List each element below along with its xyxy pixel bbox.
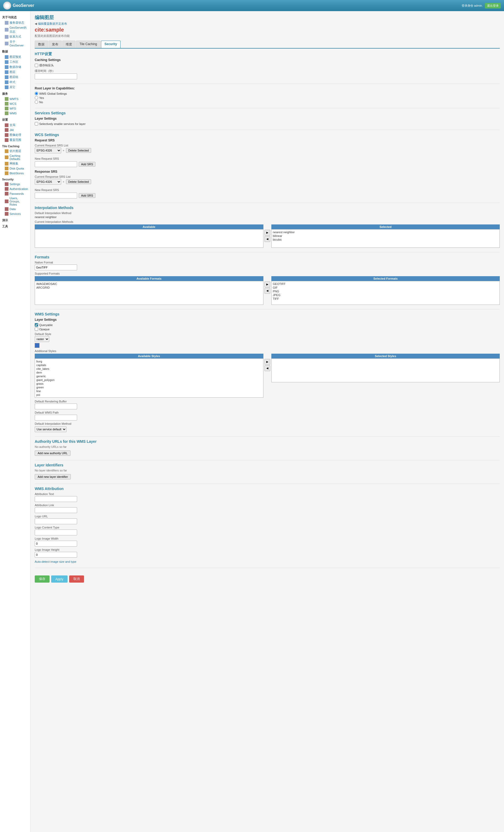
list-item[interactable]: GIF	[272, 286, 499, 289]
logo-content-type-input[interactable]	[35, 529, 77, 536]
root-layer-radio-no[interactable]	[35, 100, 38, 104]
cancel-button[interactable]: 取消	[69, 575, 84, 582]
sidebar-item-passwords[interactable]: Passwords	[2, 191, 28, 196]
sidebar-item-server-status[interactable]: 服务器状态	[2, 20, 28, 25]
new-request-srs-input[interactable]	[35, 161, 77, 167]
list-item[interactable]: GEOTIFF	[272, 282, 499, 286]
list-item[interactable]: poi	[36, 393, 262, 397]
sidebar-item-wmts[interactable]: WMTS	[2, 97, 28, 101]
list-item[interactable]: dem	[36, 371, 262, 374]
sidebar-item-users-groups-roles[interactable]: Users, Groups, Roles	[2, 196, 28, 207]
list-item[interactable]: bicubic	[272, 238, 499, 241]
logout-button[interactable]: 退出登录	[485, 3, 501, 8]
sidebar-item-wcs[interactable]: WCS	[2, 101, 28, 106]
list-item[interactable]: TIFF	[272, 297, 499, 301]
attribution-text-input[interactable]	[35, 496, 77, 502]
queryable-checkbox[interactable]	[35, 323, 38, 327]
rendering-buffer-input[interactable]	[35, 404, 77, 409]
sidebar-item-workspaces[interactable]: 工作区	[2, 59, 28, 64]
root-layer-radio-yes[interactable]	[35, 96, 38, 100]
delete-response-srs-button[interactable]: Delete Selected	[66, 179, 91, 184]
styles-selected-list[interactable]	[271, 359, 500, 382]
new-response-srs-input[interactable]	[35, 192, 77, 199]
sidebar-item-about-geoserver[interactable]: 关于 GeoServer	[2, 39, 28, 48]
add-response-srs-button[interactable]: Add SRS	[79, 193, 95, 198]
tab-data[interactable]: 数据	[35, 41, 48, 48]
list-item[interactable]: JPEG	[272, 293, 499, 297]
list-item[interactable]: nearest neighbor	[272, 230, 499, 234]
formats-selected-list[interactable]: GEOTIFFGIFPNGJPEGTIFF	[271, 281, 500, 305]
list-item[interactable]: generic	[36, 374, 262, 378]
list-item[interactable]: burg	[36, 360, 262, 363]
sidebar-item-layergroups[interactable]: 图层组	[2, 75, 28, 80]
sidebar-item-settings[interactable]: Settings	[2, 182, 28, 186]
list-item[interactable]: giant_polygon	[36, 378, 262, 382]
sidebar-item-authentication[interactable]: Authentication	[2, 186, 28, 191]
list-item[interactable]: line	[36, 389, 262, 393]
sidebar-item-jai[interactable]: JAI	[2, 128, 28, 132]
auto-detect-link[interactable]: Auto-detect image size and type	[35, 560, 76, 563]
sidebar-item-datastores[interactable]: 数据存储	[2, 64, 28, 70]
current-response-srs-select[interactable]: EPSG:4326	[35, 179, 61, 185]
interp-move-right-button[interactable]: ▶	[264, 230, 270, 236]
interp-move-left-button[interactable]: ◀	[264, 236, 270, 242]
sidebar-item-gridsets[interactable]: 网格集	[2, 161, 28, 166]
interp-selected-list[interactable]: nearest neighborbilinearbicubic	[271, 229, 500, 248]
save-button[interactable]: 保存	[35, 575, 50, 582]
styles-move-left-button[interactable]: ◀	[264, 365, 270, 371]
opaque-checkbox[interactable]	[35, 328, 38, 331]
selective-services-checkbox[interactable]	[35, 122, 38, 126]
delete-request-srs-button[interactable]: Delete Selected	[66, 148, 91, 153]
sidebar-item-contact[interactable]: 联系方式	[2, 34, 28, 39]
sidebar-item-tile-layers[interactable]: 切片图层	[2, 149, 28, 154]
root-layer-radio-wms[interactable]	[35, 92, 38, 95]
list-item[interactable]: green	[36, 386, 262, 389]
formats-move-left-button[interactable]: ◀	[264, 288, 270, 294]
formats-move-right-button[interactable]: ▶	[264, 282, 270, 287]
add-request-srs-button[interactable]: Add SRS	[79, 162, 95, 166]
logo-url-input[interactable]	[35, 518, 77, 524]
list-item[interactable]: bilinear	[272, 234, 499, 238]
list-item[interactable]: grass	[36, 382, 262, 386]
sidebar-item-wms[interactable]: WMS	[2, 111, 28, 116]
add-layer-identifier-button[interactable]: Add new layer identifier	[35, 474, 71, 479]
sidebar-item-layers[interactable]: 图层	[2, 70, 28, 75]
sidebar-item-global[interactable]: 全局	[2, 123, 28, 128]
sidebar-item-caching-defaults[interactable]: Caching Defaults	[2, 154, 28, 161]
list-item[interactable]: IMAGEMOSAIC	[36, 282, 262, 286]
sidebar-item-styles[interactable]: 样式	[2, 80, 28, 85]
tab-publish[interactable]: 发布	[49, 41, 62, 48]
breadcrumb-link[interactable]: 编辑覆盖数据开足发布	[38, 22, 67, 26]
sidebar-item-layer-preview[interactable]: 图层预览	[2, 54, 28, 59]
interp-available-list[interactable]	[35, 229, 263, 248]
sidebar-item-disk-quota[interactable]: Disk Quota	[2, 166, 28, 171]
sidebar-item-image-processing[interactable]: 图像处理	[2, 132, 28, 137]
interp-method-select[interactable]: Use service default	[35, 426, 66, 432]
formats-available-list[interactable]: IMAGEMOSAICARCGRID	[35, 281, 263, 305]
wms-path-input[interactable]	[35, 415, 77, 420]
native-format-input[interactable]	[35, 264, 77, 270]
list-item[interactable]: cite_lakes	[36, 367, 262, 371]
caching-time-input[interactable]	[35, 74, 77, 79]
list-item[interactable]: PNG	[272, 289, 499, 293]
logo-image-width-input[interactable]	[35, 541, 77, 547]
tab-security[interactable]: Security	[101, 41, 120, 48]
list-item[interactable]: ARCGRID	[36, 286, 262, 289]
default-style-select[interactable]: raster	[35, 336, 49, 342]
logo-image-height-input[interactable]	[35, 552, 77, 558]
caching-checkbox[interactable]	[35, 64, 38, 67]
sidebar-item-services[interactable]: Services	[2, 211, 28, 216]
current-request-srs-select[interactable]: EPSG:4326	[35, 148, 61, 153]
tab-dimensions[interactable]: 维度	[62, 41, 76, 48]
sidebar-item-coverage[interactable]: 覆盖范围	[2, 137, 28, 142]
sidebar-item-wfs[interactable]: WFS	[2, 106, 28, 111]
sidebar-item-geoserver-log[interactable]: GeoServer的日志	[2, 25, 28, 34]
add-authority-url-button[interactable]: Add new authority URL	[35, 450, 71, 456]
list-item[interactable]: capitals	[36, 363, 262, 367]
sidebar-item-blobstores[interactable]: BlobStores	[2, 171, 28, 176]
styles-move-right-button[interactable]: ▶	[264, 359, 270, 365]
sidebar-item-data[interactable]: Data	[2, 207, 28, 211]
apply-button[interactable]: Apply	[51, 575, 67, 582]
attribution-link-input[interactable]	[35, 507, 77, 513]
sidebar-item-other[interactable]: 其它	[2, 85, 28, 90]
